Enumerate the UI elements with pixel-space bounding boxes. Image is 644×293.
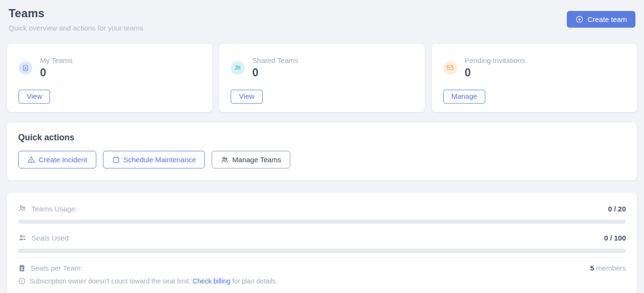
- seats-used-row: Seats Used: 0 / 100: [18, 228, 626, 246]
- seats-used-value: 0 / 100: [604, 234, 626, 242]
- manage-teams-button[interactable]: Manage Teams: [212, 151, 290, 168]
- contact-card-icon: [18, 264, 26, 272]
- page-subtitle: Quick overview and actions for your team…: [9, 24, 143, 32]
- check-billing-link[interactable]: Check billing: [193, 277, 230, 285]
- manage-invitations-button[interactable]: Manage: [443, 90, 485, 104]
- teams-usage-progressbar: [18, 220, 626, 224]
- manage-teams-label: Manage Teams: [232, 156, 281, 164]
- users-outline-icon: [18, 204, 27, 213]
- stat-value: 0: [465, 66, 525, 79]
- quick-actions-buttons: Create Incident Schedule Maintenance Man…: [18, 151, 626, 168]
- divider: [18, 257, 626, 258]
- users-icon: [221, 156, 229, 164]
- info-circle-icon: [18, 277, 26, 285]
- seats-used-progressbar: [18, 249, 626, 253]
- view-shared-teams-button[interactable]: View: [231, 90, 262, 104]
- seats-used-label: Seats Used:: [31, 234, 71, 242]
- create-team-button[interactable]: Create team: [567, 11, 635, 28]
- plus-circle-icon: [575, 15, 583, 23]
- seats-per-team-row: Seats per Team: 5 members: [18, 259, 626, 276]
- quick-actions-title: Quick actions: [18, 133, 626, 143]
- teams-usage-row: Teams Usage: 0 / 20: [18, 199, 626, 217]
- stat-card-pending-invitations: Pending Invitations 0 Manage: [432, 44, 637, 112]
- quick-actions-panel: Quick actions Create Incident Schedule M…: [7, 123, 637, 180]
- stat-card-my-teams: My Teams 0 View: [7, 44, 212, 112]
- page-title: Teams: [9, 7, 143, 20]
- usage-panel: Teams Usage: 0 / 20 Seats Used: 0 / 100: [7, 193, 637, 293]
- contact-book-icon: [19, 61, 32, 75]
- create-incident-button[interactable]: Create Incident: [18, 151, 96, 168]
- stats-row: My Teams 0 View Shared Teams 0 View: [7, 44, 637, 112]
- create-team-button-label: Create team: [587, 15, 627, 23]
- calendar-icon: [112, 156, 120, 164]
- stat-label: Shared Teams: [252, 56, 298, 64]
- envelope-icon: [443, 61, 457, 75]
- schedule-maintenance-label: Schedule Maintenance: [123, 156, 196, 164]
- note-text: Subscription owner doesn't count toward …: [30, 277, 277, 285]
- stat-label: Pending Invitations: [465, 56, 525, 64]
- view-my-teams-button[interactable]: View: [19, 90, 50, 104]
- stat-label: My Teams: [40, 56, 72, 64]
- teams-usage-value: 0 / 20: [608, 205, 626, 213]
- seats-per-team-label: Seats per Team:: [31, 264, 82, 272]
- seat-limit-note: Subscription owner doesn't count toward …: [18, 276, 626, 288]
- seats-per-team-value: 5 members: [590, 264, 626, 272]
- page-header: Teams Quick overview and actions for you…: [7, 7, 637, 32]
- stat-card-shared-teams: Shared Teams 0 View: [219, 44, 424, 112]
- teams-usage-label: Teams Usage:: [31, 205, 77, 213]
- users-icon: [231, 61, 245, 75]
- page-header-text: Teams Quick overview and actions for you…: [9, 7, 143, 32]
- stat-value: 0: [40, 66, 72, 79]
- create-incident-label: Create Incident: [39, 156, 87, 164]
- teams-page: Teams Quick overview and actions for you…: [0, 0, 644, 293]
- stat-value: 0: [252, 66, 298, 79]
- schedule-maintenance-button[interactable]: Schedule Maintenance: [103, 151, 205, 168]
- users-filled-icon: [18, 233, 27, 242]
- warning-triangle-icon: [27, 156, 35, 164]
